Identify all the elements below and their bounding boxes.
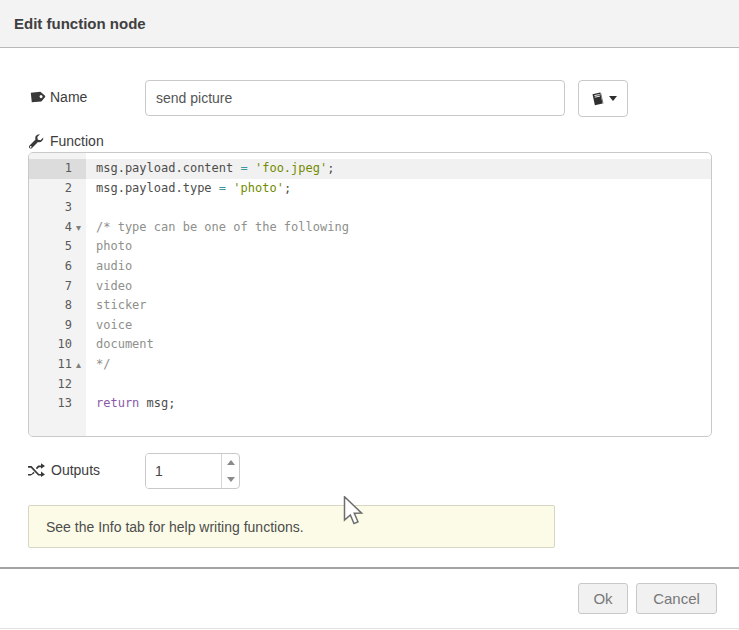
fold-open-icon[interactable]: ▾ [73, 218, 84, 238]
spinner-buttons [221, 454, 239, 488]
gutter-line-number[interactable]: 3 [29, 198, 86, 218]
ok-button[interactable]: Ok [578, 583, 628, 614]
code-line[interactable]: video [86, 277, 711, 297]
gutter-line-number[interactable]: 6 [29, 257, 86, 277]
code-line[interactable]: voice [86, 316, 711, 336]
book-icon [590, 91, 605, 107]
gutter-line-number[interactable]: 8 [29, 296, 86, 316]
code-line[interactable] [86, 198, 711, 218]
outputs-input[interactable] [146, 454, 221, 488]
code-line[interactable]: /* type can be one of the following [86, 218, 711, 238]
code-line[interactable]: audio [86, 257, 711, 277]
info-tip: See the Info tab for help writing functi… [28, 505, 555, 548]
wrench-icon [28, 133, 44, 149]
edit-function-dialog: Edit function node Name Function 1234▾56… [0, 0, 739, 630]
code-line[interactable]: document [86, 335, 711, 355]
spinner-down-button[interactable] [222, 471, 239, 488]
fold-close-icon[interactable]: ▴ [73, 355, 84, 375]
outputs-spinner [145, 453, 240, 489]
info-tip-text: See the Info tab for help writing functi… [46, 519, 304, 535]
gutter-line-number[interactable]: 5 [29, 237, 86, 257]
tag-icon [25, 86, 48, 109]
code-line[interactable]: return msg; [86, 394, 711, 414]
dialog-bottom-edge [0, 628, 739, 629]
editor-code: msg.payload.content = 'foo.jpeg';msg.pay… [86, 153, 711, 436]
arrow-down-icon [227, 477, 235, 482]
dialog-header: Edit function node [0, 0, 739, 48]
footer-divider [0, 567, 739, 569]
gutter-line-number[interactable]: 13 [29, 394, 86, 414]
gutter-line-number[interactable]: 9 [29, 316, 86, 336]
name-label: Name [28, 89, 87, 105]
gutter-line-number[interactable]: 4▾ [29, 218, 86, 238]
code-line[interactable]: photo [86, 237, 711, 257]
outputs-label: Outputs [28, 462, 100, 478]
code-line[interactable]: msg.payload.type = 'photo'; [86, 179, 711, 199]
dialog-title: Edit function node [0, 15, 146, 32]
spinner-up-button[interactable] [222, 454, 239, 471]
code-line[interactable]: */ [86, 355, 711, 375]
gutter-line-number[interactable]: 7 [29, 277, 86, 297]
gutter-line-number[interactable]: 1 [29, 159, 86, 179]
name-input[interactable] [145, 80, 565, 116]
arrow-up-icon [227, 460, 235, 465]
function-label: Function [28, 133, 104, 149]
function-code-editor[interactable]: 1234▾567891011▴1213 msg.payload.content … [28, 152, 712, 437]
gutter-line-number[interactable]: 12 [29, 375, 86, 395]
cancel-button[interactable]: Cancel [636, 583, 717, 614]
gutter-line-number[interactable]: 10 [29, 335, 86, 355]
code-line[interactable]: sticker [86, 296, 711, 316]
caret-down-icon [609, 96, 617, 101]
gutter-line-number[interactable]: 2 [29, 179, 86, 199]
shuffle-icon [28, 463, 45, 477]
code-line[interactable] [86, 375, 711, 395]
code-line[interactable]: msg.payload.content = 'foo.jpeg'; [86, 159, 711, 179]
gutter-line-number[interactable]: 11▴ [29, 355, 86, 375]
editor-gutter: 1234▾567891011▴1213 [29, 153, 86, 436]
library-button[interactable] [578, 80, 628, 117]
